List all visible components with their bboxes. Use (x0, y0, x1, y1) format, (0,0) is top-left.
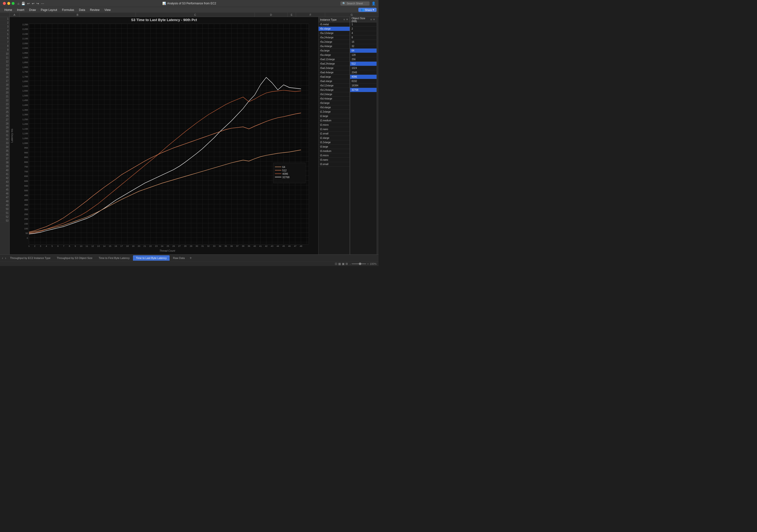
tab-throughput-size[interactable]: Throughput by S3 Object Size (54, 255, 95, 261)
instance-type-item-2[interactable]: r5a.12xlarge (318, 31, 349, 35)
instance-type-item-9[interactable]: r5ad.24xlarge (318, 62, 349, 66)
instance-type-item-1[interactable]: r5x.xlarge (318, 27, 349, 31)
menu-home[interactable]: Home (2, 7, 15, 13)
svg-text:1,850: 1,850 (22, 61, 28, 64)
instance-type-item-19[interactable]: r5d.xlarge (318, 105, 349, 110)
col-E[interactable]: E (288, 13, 296, 17)
object-size-item-7[interactable]: 128 (350, 53, 377, 57)
col-C[interactable]: C (136, 13, 255, 17)
col-D[interactable]: D (255, 13, 288, 17)
object-size-item-3[interactable]: 8 (350, 35, 377, 40)
instance-type-item-23[interactable]: t2.micro (318, 123, 349, 127)
window-title: 📊 Analysis of S3 Performance from EC2 (162, 2, 216, 5)
instance-type-item-31[interactable]: t3.nano (318, 158, 349, 162)
instance-type-item-24[interactable]: t2.nano (318, 127, 349, 132)
svg-text:10: 10 (80, 245, 82, 247)
instance-type-item-14[interactable]: r5d.12xlarge (318, 83, 349, 88)
instance-type-item-15[interactable]: r5d.24xlarge (318, 88, 349, 92)
instance-type-item-8[interactable]: r5ad.12xlarge (318, 57, 349, 62)
menu-insert[interactable]: Insert (15, 7, 27, 13)
zoom-in-btn[interactable]: + (367, 262, 369, 265)
instance-type-item-3[interactable]: r5a.24xlarge (318, 35, 349, 40)
menu-view[interactable]: View (102, 7, 113, 13)
col-B[interactable]: B (19, 13, 136, 17)
close-button[interactable] (3, 2, 6, 5)
instance-type-item-12[interactable]: r5ad.large (318, 75, 349, 79)
instance-type-item-7[interactable]: r5a.xlarge (318, 53, 349, 57)
instance-type-item-22[interactable]: t2.medium (318, 118, 349, 123)
add-sheet-button[interactable]: + (188, 256, 193, 260)
zoom-out-btn[interactable]: - (350, 262, 351, 265)
tab-prev-btn[interactable]: ‹ (1, 256, 4, 260)
user-icon[interactable]: 👤 (372, 1, 376, 5)
tab-first-byte[interactable]: Time to First Byte Latency (96, 255, 133, 261)
object-size-item-11[interactable]: 2048 (350, 70, 377, 75)
clear-filter2-icon[interactable]: ✕ (373, 18, 375, 21)
object-size-item-12[interactable]: 4096 (350, 75, 377, 79)
tab-raw-data[interactable]: Raw Data (170, 255, 188, 261)
col-F[interactable]: F (296, 13, 325, 17)
instance-type-item-30[interactable]: t3.micro (318, 153, 349, 158)
share-button[interactable]: 👥 Share ▾ (358, 8, 377, 12)
zoom-fit-icon[interactable]: ⊡ (335, 262, 337, 266)
object-size-item-0[interactable]: 1 (350, 22, 377, 27)
tab-next-btn[interactable]: › (4, 256, 7, 260)
instance-type-item-29[interactable]: t3.medium (318, 149, 349, 153)
zoom-slider[interactable] (351, 263, 366, 264)
instance-type-item-20[interactable]: t2.2xlarge (318, 110, 349, 114)
svg-text:350: 350 (24, 203, 28, 206)
object-size-item-14[interactable]: 16384 (350, 83, 377, 88)
object-size-item-2[interactable]: 4 (350, 31, 377, 35)
tab-throughput-instance[interactable]: Throughput by EC2 Instance Type (7, 255, 53, 261)
object-size-item-9[interactable]: 512 (350, 62, 377, 66)
redo-icon[interactable]: ↪ (36, 2, 39, 5)
col-A[interactable]: A (10, 13, 19, 17)
maximize-button[interactable] (12, 2, 15, 5)
instance-type-item-18[interactable]: r5d.large (318, 101, 349, 105)
object-size-item-6[interactable]: 64 (350, 48, 377, 53)
instance-type-item-16[interactable]: r5d.2xlarge (318, 92, 349, 97)
instance-type-item-10[interactable]: r5ad.2xlarge (318, 66, 349, 70)
search-box[interactable]: 🔍 Search Sheet (340, 1, 370, 6)
object-size-item-13[interactable]: 8192 (350, 79, 377, 83)
object-size-item-1[interactable]: 2 (350, 27, 377, 31)
col-G[interactable]: G (325, 13, 378, 17)
instance-type-item-13[interactable]: r5ad.xlarge (318, 79, 349, 83)
page-break-icon[interactable]: ⊞ (346, 262, 348, 266)
instance-type-item-21[interactable]: t2.large (318, 114, 349, 118)
instance-type-item-6[interactable]: r5a.large (318, 48, 349, 53)
filter-icon[interactable]: ≡ (344, 18, 345, 21)
object-size-item-5[interactable]: 32 (350, 44, 377, 48)
clear-filter-icon[interactable]: ✕ (346, 18, 348, 21)
home-icon[interactable]: ⌂ (17, 2, 19, 5)
instance-type-item-5[interactable]: r5a.4xlarge (318, 44, 349, 48)
instance-type-item-4[interactable]: r5a.2xlarge (318, 40, 349, 44)
object-size-item-15[interactable]: 32768 (350, 88, 377, 92)
instance-type-item-28[interactable]: t3.large (318, 145, 349, 149)
instance-type-item-11[interactable]: r5ad.4xlarge (318, 70, 349, 75)
object-size-item-10[interactable]: 1024 (350, 66, 377, 70)
instance-type-item-25[interactable]: t2.small (318, 132, 349, 136)
more-icon[interactable]: ⋯ (41, 2, 44, 5)
object-size-item-8[interactable]: 256 (350, 57, 377, 62)
undo2-icon[interactable]: ↩ (32, 2, 34, 5)
filter2-icon[interactable]: ≡ (371, 18, 372, 21)
menu-page-layout[interactable]: Page Layout (38, 7, 59, 13)
menu-draw[interactable]: Draw (27, 7, 38, 13)
instance-type-item-26[interactable]: t2.xlarge (318, 136, 349, 140)
instance-type-item-32[interactable]: t3.small (318, 162, 349, 167)
instance-type-item-0[interactable]: r5.metal (318, 22, 349, 27)
right-scrollbar[interactable] (377, 17, 378, 254)
undo-icon[interactable]: ↩ (27, 2, 30, 5)
tab-last-byte[interactable]: Time to Last Byte Latency (133, 255, 169, 261)
minimize-button[interactable] (7, 2, 10, 5)
menu-review[interactable]: Review (88, 7, 102, 13)
save-icon[interactable]: 💾 (21, 2, 25, 5)
object-size-item-4[interactable]: 16 (350, 40, 377, 44)
instance-type-item-27[interactable]: t3.2xlarge (318, 140, 349, 145)
menu-data[interactable]: Data (76, 7, 87, 13)
menu-formulas[interactable]: Formulas (59, 7, 76, 13)
normal-view-icon[interactable]: ▦ (338, 262, 341, 266)
page-view-icon[interactable]: ▣ (342, 262, 345, 266)
instance-type-item-17[interactable]: r5d.4xlarge (318, 97, 349, 101)
